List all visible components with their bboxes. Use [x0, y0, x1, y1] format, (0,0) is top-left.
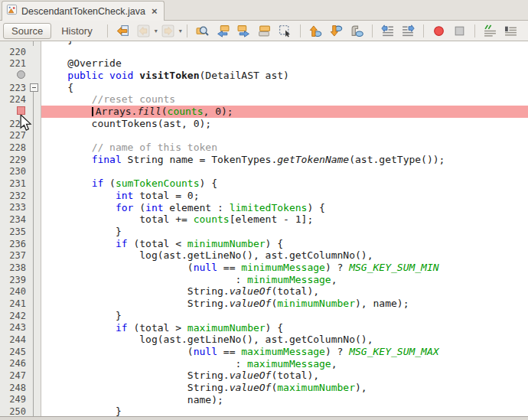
code-line[interactable]: // name of this token [41, 142, 528, 154]
code-line[interactable]: if (total > maximumNumber) { [41, 322, 528, 334]
code-line[interactable]: : maximumMessage, [41, 358, 528, 370]
source-view-button[interactable]: Source [3, 23, 51, 39]
line-number: 236 [0, 239, 27, 249]
code-line[interactable]: final String name = TokenTypes.getTokenN… [41, 154, 528, 166]
tab-descendanttokencheck-java[interactable]: DescendantTokenCheck.java × [2, 1, 165, 21]
code-token: { [44, 82, 73, 93]
gutter-row[interactable]: 232 [0, 190, 41, 202]
gutter-row[interactable]: 244 [0, 334, 41, 346]
code-line[interactable]: String.valueOf(total), [41, 285, 528, 298]
code-line[interactable]: @Override [41, 57, 528, 70]
code-pane[interactable]: } @Override public void visitToken(Detai… [41, 41, 528, 416]
code-line[interactable]: log(ast.getLineNo(), ast.getColumnNo(), [41, 334, 528, 346]
code-line[interactable]: if (sumTokenCounts) { [41, 177, 528, 190]
toggle-highlight-search-button[interactable] [256, 22, 273, 39]
gutter-row[interactable]: 247 [0, 370, 41, 382]
gutter-row[interactable]: 243 [0, 322, 41, 334]
gutter-row[interactable]: 242 [0, 310, 41, 322]
code-token: getTokenName [277, 154, 349, 165]
code-token [44, 190, 116, 201]
last-edit-location-button[interactable] [114, 22, 132, 39]
code-line[interactable]: String.valueOf(minimumNumber), name); [41, 298, 528, 310]
dropdown-arrow-icon[interactable]: ▾ [155, 28, 158, 34]
gutter-row[interactable]: 237 [0, 249, 41, 262]
code-line[interactable] [41, 166, 528, 178]
gutter-row[interactable]: 220 [0, 46, 41, 58]
code-line[interactable]: (null == minimumMessage) ? MSG_KEY_SUM_M… [41, 262, 528, 274]
gutter-row[interactable]: 245 [0, 346, 41, 358]
annotation-circle-icon[interactable] [17, 70, 25, 79]
gutter-row[interactable]: 236 [0, 238, 41, 250]
shift-line-left-button[interactable] [379, 22, 396, 39]
shift-line-right-button[interactable] [399, 22, 417, 39]
tab-close-icon[interactable]: × [152, 6, 158, 16]
comment-button[interactable] [481, 22, 499, 39]
line-number: 221 [0, 58, 27, 69]
gutter-row[interactable] [0, 106, 41, 118]
gutter-row[interactable]: 250 [0, 405, 41, 416]
code-line[interactable]: } [41, 405, 528, 416]
gutter-row[interactable]: 221 [0, 57, 41, 70]
start-macro-recording-button[interactable] [430, 22, 448, 39]
gutter-row[interactable]: 240 [0, 285, 41, 298]
code-line[interactable]: } [41, 310, 528, 322]
gutter-row[interactable]: 230 [0, 166, 41, 178]
code-line[interactable]: name); [41, 394, 528, 406]
toggle-rectangular-selection-button[interactable] [276, 22, 294, 39]
gutter-row[interactable]: 248 [0, 382, 41, 394]
code-line[interactable]: log(ast.getLineNo(), ast.getColumnNo(), [41, 249, 528, 262]
code-line[interactable]: String.valueOf(total), [41, 370, 528, 382]
gutter-row[interactable]: 238 [0, 262, 41, 274]
gutter-row[interactable]: 239 [0, 274, 41, 286]
code-token: int [116, 190, 133, 201]
dropdown-arrow-icon[interactable]: ▾ [179, 28, 182, 34]
code-line[interactable]: if (total < minimumNumber) { [41, 238, 528, 250]
gutter-row[interactable]: 229 [0, 154, 41, 166]
breakpoint-icon[interactable] [17, 106, 25, 115]
code-line[interactable]: (null == maximumMessage) ? MSG_KEY_SUM_M… [41, 346, 528, 358]
code-editor[interactable]: 2202212232242262272282292302312322332342… [0, 41, 528, 416]
gutter-row[interactable]: 246 [0, 358, 41, 370]
code-line[interactable]: { [41, 82, 528, 94]
gutter-row[interactable]: 241 [0, 298, 41, 310]
gutter-row[interactable]: 235 [0, 226, 41, 238]
gutter-row[interactable]: 231 [0, 177, 41, 190]
gutter-row[interactable]: 223 [0, 82, 41, 94]
stop-macro-recording-button[interactable] [451, 22, 468, 39]
gutter-row[interactable] [0, 70, 41, 82]
fold-collapse-icon[interactable] [30, 83, 38, 92]
code-line[interactable]: total += counts[element - 1]; [41, 213, 528, 226]
code-token: log(ast.getLineNo(), ast.getColumnNo(), [44, 334, 373, 345]
code-line[interactable]: int total = 0; [41, 190, 528, 202]
back-button[interactable] [135, 22, 152, 39]
fold-column [27, 83, 41, 92]
toggle-bookmark-button[interactable] [348, 22, 366, 39]
code-token [44, 142, 92, 153]
previous-bookmark-button[interactable] [307, 22, 324, 39]
code-line[interactable] [41, 46, 528, 58]
code-line[interactable] [41, 130, 528, 142]
code-line[interactable]: for (int element : limitedTokens) { [41, 202, 528, 214]
find-previous-occurrence-button[interactable] [214, 22, 232, 39]
code-line[interactable]: //reset counts [41, 93, 528, 106]
code-line[interactable]: String.valueOf(maximumNumber), [41, 382, 528, 394]
gutter-row[interactable]: 226 [0, 118, 41, 130]
code-line[interactable]: } [41, 226, 528, 238]
gutter-row[interactable]: 224 [0, 93, 41, 106]
editor-gutter[interactable]: 2202212232242262272282292302312322332342… [0, 41, 41, 416]
gutter-row[interactable]: 228 [0, 142, 41, 154]
gutter-row[interactable]: 249 [0, 394, 41, 406]
code-line[interactable]: : minimumMessage, [41, 274, 528, 286]
forward-button[interactable] [159, 22, 177, 39]
code-line[interactable]: countTokens(ast, 0); [41, 118, 528, 130]
code-line[interactable]: public void visitToken(DetailAST ast) [41, 70, 528, 82]
gutter-row[interactable]: 233 [0, 202, 41, 214]
gutter-row[interactable]: 227 [0, 130, 41, 142]
find-next-occurrence-button[interactable] [235, 22, 253, 39]
code-line-breakpoint-highlighted[interactable]: Arrays.fill(counts, 0); [41, 106, 528, 118]
history-view-button[interactable]: History [53, 23, 100, 39]
find-selection-button[interactable] [194, 22, 211, 39]
next-bookmark-button[interactable] [328, 22, 345, 39]
uncomment-button[interactable] [502, 22, 520, 39]
gutter-row[interactable]: 234 [0, 213, 41, 226]
